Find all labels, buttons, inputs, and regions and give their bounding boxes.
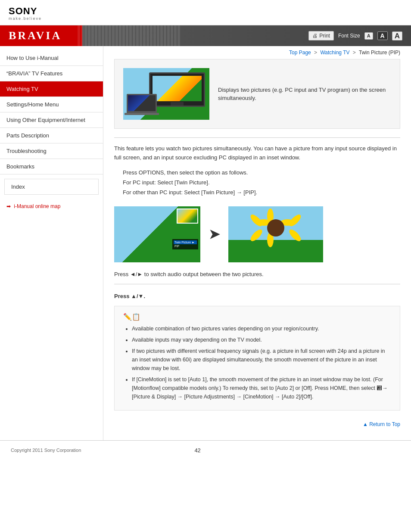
note-item-3: If two pictures with different vertical … (132, 347, 391, 373)
bravia-banner: BRAVIA 🖨 Print Font Size A A A (0, 25, 411, 46)
press-heading: Press ▲/▼. (114, 293, 400, 299)
step-1: Press OPTIONS, then select the option as… (123, 168, 400, 177)
pip-menu-item-2: PIP (174, 244, 197, 248)
pip-inset-window (177, 208, 198, 224)
sidebar-item-using-other[interactable]: Using Other Equipment/Internet (0, 112, 103, 128)
sidebar-item-troubleshooting[interactable]: Troubleshooting (0, 143, 103, 159)
pip-screenshot: Twin Picture ► PIP (114, 206, 200, 262)
print-icon: 🖨 (312, 33, 318, 39)
sony-logo: SONY (9, 6, 402, 16)
section-2: Press ▲/▼. ✏️📋 Available combination of … (114, 293, 400, 411)
step-3: For other than PC input: Select [Twin Pi… (123, 187, 400, 197)
laptop-screen (128, 95, 156, 111)
sidebar-item-how-to-use[interactable]: How to Use i-Manual (0, 50, 103, 66)
sidebar-item-parts[interactable]: Parts Description (0, 128, 103, 143)
font-size-medium-button[interactable]: A (377, 31, 388, 40)
page-number: 42 (81, 447, 314, 454)
tv-scene-bg (123, 68, 209, 120)
laptop-base (125, 113, 159, 115)
return-to-top-link[interactable]: ▲ Return to Top (363, 421, 400, 427)
sunflower-center (267, 219, 284, 236)
intro-text: This feature lets you watch two pictures… (114, 144, 400, 162)
notes-list: Available combination of two pictures va… (123, 324, 391, 401)
divider-2 (114, 284, 400, 284)
note-item-2: Available inputs may vary depending on t… (132, 336, 391, 344)
sidebar-item-bravia-features[interactable]: “BRAVIA” TV Features (0, 66, 103, 81)
font-size-small-button[interactable]: A (364, 32, 373, 40)
breadcrumb-watching[interactable]: Watching TV (320, 50, 349, 56)
tv-screen (153, 76, 202, 101)
sunflower-bg (228, 206, 323, 262)
imanual-link[interactable]: ➡ i-Manual online map (0, 201, 103, 212)
copyright-text: Copyright 2011 Sony Corporation (11, 448, 81, 453)
breadcrumb: Top Page > Watching TV > Twin Picture (P… (114, 46, 400, 59)
breadcrumb-top[interactable]: Top Page (289, 50, 311, 56)
sidebar-item-bookmarks[interactable]: Bookmarks (0, 159, 103, 174)
breadcrumb-sep1: > (314, 50, 317, 56)
tv-stand (171, 102, 184, 106)
sunflower-image (228, 206, 323, 262)
step-2: For PC input: Select [Twin Picture]. (123, 177, 400, 187)
sidebar-item-settings[interactable]: Settings/Home Menu (0, 97, 103, 112)
feature-box: Displays two pictures (e.g. PC input and… (114, 59, 400, 129)
font-size-label: Font Size (338, 33, 360, 39)
note-box: ✏️📋 Available combination of two picture… (114, 306, 400, 411)
laptop-frame (127, 94, 157, 113)
press-audio-text: Press ◄/► to switch audio output between… (114, 271, 400, 277)
sunflower-stem (274, 245, 277, 262)
divider-1 (114, 137, 400, 138)
note-item-1: Available combination of two pictures va… (132, 324, 391, 333)
print-button[interactable]: 🖨 Print (308, 31, 334, 40)
bravia-title: BRAVIA (9, 29, 62, 42)
feature-description: Displays two pictures (e.g. PC input and… (218, 86, 391, 103)
feature-image (123, 68, 209, 120)
pip-images-row: Twin Picture ► PIP ➤ (114, 206, 400, 262)
breadcrumb-current: Twin Picture (PIP) (359, 50, 400, 56)
pip-scene-bg: Twin Picture ► PIP (114, 206, 200, 262)
petal-bl (249, 227, 264, 243)
steps-container: Press OPTIONS, then select the option as… (114, 168, 400, 198)
arrow-right-icon: ➡ (6, 203, 11, 209)
banner-controls: 🖨 Print Font Size A A A (308, 31, 402, 40)
sidebar: How to Use i-Manual “BRAVIA” TV Features… (0, 46, 103, 440)
pip-menu-overlay: Twin Picture ► PIP (172, 239, 198, 249)
sidebar-item-index[interactable]: Index (4, 179, 99, 195)
header: SONY make.believe (0, 0, 411, 25)
sony-tagline: make.believe (9, 16, 402, 21)
sidebar-item-watching-tv[interactable]: Watching TV (0, 81, 103, 97)
note-icon: ✏️📋 (123, 313, 391, 321)
pip-menu-item-1: Twin Picture ► (174, 240, 197, 244)
content-area: Top Page > Watching TV > Twin Picture (P… (103, 46, 411, 440)
sunflower-flower (256, 208, 295, 247)
font-size-large-button[interactable]: A (392, 31, 402, 40)
footer: Copyright 2011 Sony Corporation 42 (0, 440, 411, 460)
imanual-link-text[interactable]: i-Manual online map (14, 203, 60, 209)
return-to-top[interactable]: ▲ Return to Top (114, 417, 400, 432)
tv-frame (149, 72, 205, 107)
petal-br (287, 227, 302, 243)
arrow-forward-icon: ➤ (209, 227, 220, 242)
note-item-4: If [CineMotion] is set to [Auto 1], the … (132, 375, 391, 401)
breadcrumb-sep2: > (353, 50, 356, 56)
banner-stripes (78, 25, 316, 46)
main-layout: How to Use i-Manual “BRAVIA” TV Features… (0, 46, 411, 440)
